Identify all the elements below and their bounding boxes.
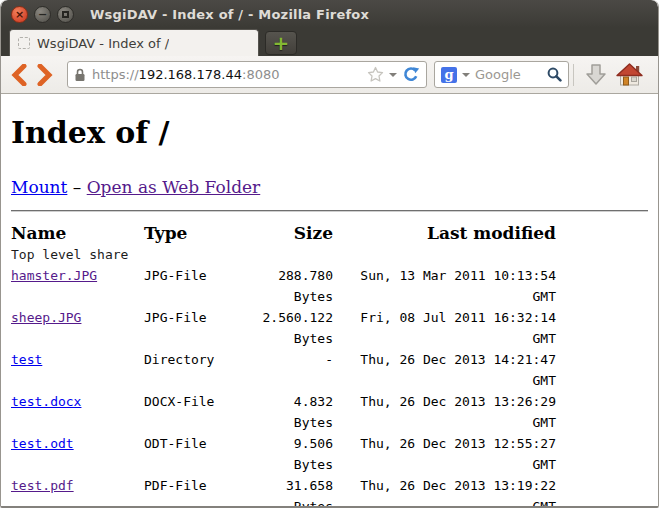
- header-modified: Last modified: [333, 221, 556, 245]
- url-host: 192.168.178.44: [139, 67, 242, 82]
- table-body: hamster.JPG JPG-File 288.780 Bytes Sun, …: [11, 265, 648, 507]
- search-engine-dropdown-icon[interactable]: [462, 73, 470, 77]
- home-button[interactable]: [612, 63, 647, 87]
- url-port: :8080: [242, 67, 279, 82]
- file-link[interactable]: sheep.JPG: [11, 307, 81, 349]
- file-size: -: [249, 349, 333, 391]
- new-tab-button[interactable]: +: [265, 31, 297, 55]
- file-modified: Sun, 13 Mar 2011 10:13:54 GMT: [333, 265, 556, 307]
- minimize-icon: −: [38, 9, 47, 20]
- back-button[interactable]: [7, 64, 32, 86]
- browser-window: × − WsgiDAV - Index of / - Mozilla Firef…: [0, 0, 659, 508]
- table-row: hamster.JPG JPG-File 288.780 Bytes Sun, …: [11, 265, 648, 307]
- toolbar-separator: [573, 64, 574, 86]
- navigation-toolbar: https://192.168.178.44:8080 g Google: [1, 56, 658, 94]
- file-link[interactable]: test.odt: [11, 433, 74, 475]
- file-type: ODT-File: [144, 433, 249, 475]
- header-size: Size: [249, 221, 333, 245]
- maximize-icon: [62, 11, 69, 18]
- window-title: WsgiDAV - Index of / - Mozilla Firefox: [90, 7, 369, 22]
- plus-icon: +: [273, 33, 290, 53]
- home-icon: [616, 63, 643, 87]
- file-modified: Thu, 26 Dec 2013 13:19:22 GMT: [333, 475, 556, 507]
- url-bar[interactable]: https://192.168.178.44:8080: [67, 61, 427, 88]
- bookmark-star-icon[interactable]: [367, 66, 384, 83]
- minimize-button[interactable]: −: [34, 6, 51, 23]
- file-link[interactable]: test.pdf: [11, 475, 74, 507]
- url-text[interactable]: https://192.168.178.44:8080: [92, 67, 367, 82]
- close-button[interactable]: ×: [11, 6, 28, 23]
- file-link[interactable]: test: [11, 349, 42, 391]
- file-modified: Thu, 26 Dec 2013 13:26:29 GMT: [333, 391, 556, 433]
- header-name: Name: [11, 221, 144, 245]
- tab-title: WsgiDAV - Index of /: [37, 36, 169, 51]
- favicon-placeholder-icon: [18, 37, 30, 49]
- url-dropdown-icon[interactable]: [389, 73, 397, 77]
- table-row: sheep.JPG JPG-File 2.560.122 Bytes Fri, …: [11, 307, 648, 349]
- open-as-webfolder-link[interactable]: Open as Web Folder: [87, 177, 261, 197]
- file-type: JPG-File: [144, 265, 249, 307]
- downloads-button[interactable]: [580, 63, 612, 87]
- titlebar: × − WsgiDAV - Index of / - Mozilla Firef…: [1, 0, 658, 28]
- back-icon: [11, 64, 28, 86]
- file-modified: Thu, 26 Dec 2013 14:21:47 GMT: [333, 349, 556, 391]
- file-size: 9.506 Bytes: [249, 433, 333, 475]
- search-magnifier-icon[interactable]: [547, 67, 562, 82]
- file-size: 2.560.122 Bytes: [249, 307, 333, 349]
- table-row: test.pdf PDF-File 31.658 Bytes Thu, 26 D…: [11, 475, 648, 507]
- page-title: Index of /: [11, 116, 648, 150]
- tab-strip: WsgiDAV - Index of / +: [1, 28, 658, 56]
- download-arrow-icon: [584, 63, 608, 87]
- file-link[interactable]: hamster.JPG: [11, 265, 97, 307]
- search-engine-icon[interactable]: g: [441, 67, 457, 83]
- file-size: 31.658 Bytes: [249, 475, 333, 507]
- table-row: test.docx DOCX-File 4.832 Bytes Thu, 26 …: [11, 391, 648, 433]
- file-type: JPG-File: [144, 307, 249, 349]
- forward-button[interactable]: [32, 64, 57, 86]
- reload-icon[interactable]: [402, 66, 420, 84]
- file-modified: Thu, 26 Dec 2013 12:55:27 GMT: [333, 433, 556, 475]
- header-type: Type: [144, 221, 249, 245]
- file-type: DOCX-File: [144, 391, 249, 433]
- maximize-button[interactable]: [57, 6, 74, 23]
- mount-link[interactable]: Mount: [11, 177, 67, 197]
- file-link[interactable]: test.docx: [11, 391, 81, 433]
- quick-links: Mount – Open as Web Folder: [11, 177, 648, 197]
- url-scheme: https://: [92, 67, 139, 82]
- lock-icon: [74, 68, 86, 82]
- table-header-row: Name Type Size Last modified: [11, 221, 648, 245]
- table-caption: Top level share: [11, 245, 648, 265]
- table-row: test Directory - Thu, 26 Dec 2013 14:21:…: [11, 349, 648, 391]
- file-modified: Fri, 08 Jul 2011 16:32:14 GMT: [333, 307, 556, 349]
- page-content: Index of / Mount – Open as Web Folder Na…: [1, 94, 658, 507]
- file-size: 288.780 Bytes: [249, 265, 333, 307]
- search-bar[interactable]: g Google: [434, 61, 569, 88]
- table-row: test.odt ODT-File 9.506 Bytes Thu, 26 De…: [11, 433, 648, 475]
- search-input[interactable]: Google: [475, 67, 542, 82]
- file-type: PDF-File: [144, 475, 249, 507]
- divider-top: [11, 210, 648, 212]
- close-icon: ×: [15, 9, 24, 20]
- file-size: 4.832 Bytes: [249, 391, 333, 433]
- forward-icon: [36, 64, 53, 86]
- tab-wsgidav[interactable]: WsgiDAV - Index of /: [9, 29, 259, 56]
- links-separator: –: [67, 177, 86, 197]
- file-type: Directory: [144, 349, 249, 391]
- directory-listing: Name Type Size Last modified Top level s…: [11, 221, 648, 507]
